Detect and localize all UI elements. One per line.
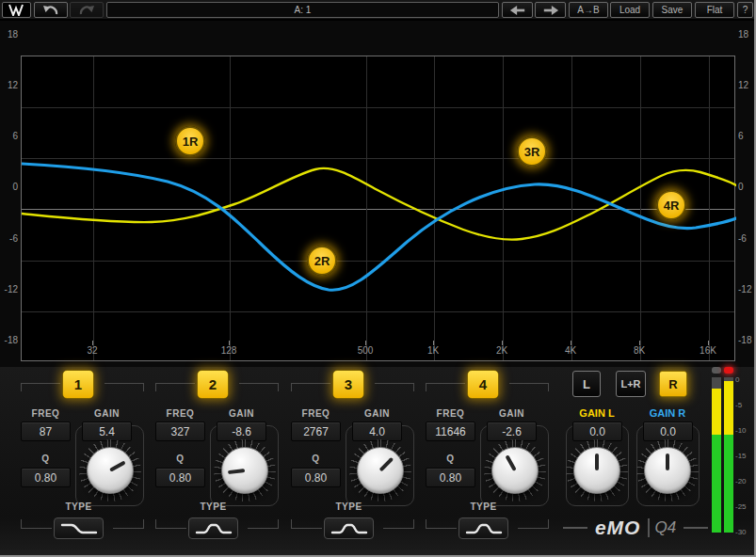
gain-label: GAIN	[82, 408, 132, 419]
logo-q4-text: Q4	[648, 518, 676, 537]
undo-icon	[42, 5, 59, 16]
type-label: TYPE	[458, 501, 508, 512]
bell-icon	[463, 520, 505, 537]
band-1-q-value[interactable]: 0.80	[21, 468, 71, 487]
band-marker-label: 2R	[314, 254, 330, 268]
channel-r-button[interactable]: R	[659, 371, 687, 397]
channel-l-button[interactable]: L	[572, 371, 601, 397]
band-4-select-button[interactable]: 4	[467, 370, 499, 399]
logo-line	[563, 527, 587, 529]
meter-scale-label: -20	[735, 477, 754, 486]
band-3-type-button[interactable]	[324, 517, 374, 539]
gain-label: GAIN	[217, 408, 266, 419]
band-panel-3: 3 FREQ GAIN 2767 4.0 Q 0.80 TYPE	[289, 367, 416, 555]
previous-preset-button[interactable]	[502, 2, 533, 18]
gain-l-knob[interactable]	[573, 447, 620, 494]
toolbar: A: 1 A→B Load Save Flat ?	[0, 0, 754, 21]
q-label: Q	[155, 454, 205, 464]
y-tick-label: 18	[738, 29, 755, 40]
gain-l-value[interactable]: 0.0	[572, 422, 622, 441]
band-3-select-button[interactable]: 3	[332, 370, 364, 399]
ab-compare-button[interactable]: A→B	[569, 2, 608, 18]
gain-r-value[interactable]: 0.0	[643, 422, 693, 441]
y-tick-label: -6	[738, 233, 755, 245]
channel-lr-button[interactable]: L+R	[616, 371, 646, 397]
band-marker-2[interactable]: 2R	[307, 246, 337, 276]
meter-scale-label: -5	[735, 401, 754, 410]
band-marker-4[interactable]: 4R	[656, 190, 686, 220]
meter-scale-label: -10	[735, 426, 754, 436]
bracket	[291, 519, 322, 529]
eq-plot-area[interactable]	[21, 56, 735, 361]
meter-scale-label: -30	[735, 528, 754, 537]
band-marker-1[interactable]: 1R	[175, 126, 205, 156]
bracket	[155, 383, 195, 391]
band-1-type-button[interactable]	[54, 517, 104, 539]
save-button[interactable]: Save	[652, 2, 692, 18]
band-1-select-button[interactable]: 1	[62, 370, 94, 399]
y-tick-label: -6	[1, 233, 18, 245]
next-preset-button[interactable]	[535, 2, 566, 18]
bracket	[21, 519, 52, 529]
band-marker-3[interactable]: 3R	[517, 136, 547, 167]
freq-label: FREQ	[155, 408, 205, 419]
emo-q4-plugin-window: A: 1 A→B Load Save Flat ?	[0, 0, 756, 557]
x-tick-label: 4K	[565, 345, 576, 356]
band-panel-2: 2 FREQ GAIN 327 -8.6 Q 0.80 TYPE	[153, 367, 281, 555]
band-3-q-value[interactable]: 0.80	[291, 468, 341, 487]
meter-green-segment	[712, 435, 721, 533]
knob-pointer	[228, 469, 245, 474]
load-button[interactable]: Load	[610, 2, 650, 18]
bell-icon	[193, 520, 234, 537]
band-3-gain-knob[interactable]	[357, 447, 404, 494]
band-1-freq-value[interactable]: 87	[21, 422, 71, 441]
band-1-gain-knob[interactable]	[87, 447, 134, 494]
y-tick-label: 12	[1, 80, 18, 91]
waves-logo[interactable]	[2, 2, 31, 18]
level-meter-left	[712, 377, 721, 533]
redo-icon	[78, 5, 95, 16]
band-1-gain-value[interactable]: 5.4	[82, 422, 132, 441]
logo-line	[684, 527, 708, 529]
band-4-freq-value[interactable]: 11646	[426, 422, 475, 441]
meter-green-segment	[724, 435, 733, 533]
band-4-q-value[interactable]: 0.80	[426, 468, 475, 487]
band-4-type-button[interactable]	[458, 517, 508, 539]
band-2-select-button[interactable]: 2	[197, 370, 229, 399]
type-label: TYPE	[54, 501, 104, 512]
help-button[interactable]: ?	[737, 2, 753, 18]
bracket	[248, 519, 279, 529]
freq-label: FREQ	[291, 408, 341, 419]
band-2-gain-value[interactable]: -8.6	[217, 422, 266, 441]
knob-pointer	[595, 454, 599, 470]
band-panel-1: 1 FREQ GAIN 87 5.4 Q 0.80 TYPE	[19, 367, 146, 555]
knob-pointer	[379, 457, 394, 472]
band-2-q-value[interactable]: 0.80	[155, 468, 205, 487]
gain-r-knob[interactable]	[644, 447, 691, 494]
clip-indicator-right[interactable]	[724, 367, 733, 374]
clip-indicator-left[interactable]	[712, 367, 721, 374]
right-channel-curve[interactable]	[22, 164, 736, 290]
y-tick-label: -18	[738, 335, 755, 346]
band-3-freq-value[interactable]: 2767	[291, 422, 341, 441]
emo-q4-logo: eMO Q4	[541, 515, 730, 541]
band-2-freq-value[interactable]: 327	[155, 422, 205, 441]
band-4-gain-knob[interactable]	[491, 447, 539, 494]
band-panel-4: 4 FREQ GAIN 11646 -2.6 Q 0.80 TYPE	[424, 367, 551, 555]
redo-button[interactable]	[70, 2, 104, 18]
meter-yellow-segment	[724, 381, 733, 435]
band-3-gain-value[interactable]: 4.0	[352, 422, 402, 441]
y-tick-label: -12	[1, 284, 18, 295]
left-channel-curve[interactable]	[22, 168, 736, 240]
band-4-gain-value[interactable]: -2.6	[487, 422, 537, 441]
band-marker-label: 3R	[524, 145, 540, 159]
preset-display[interactable]: A: 1	[106, 2, 499, 18]
knob-pointer	[109, 460, 126, 471]
undo-button[interactable]	[34, 2, 68, 18]
type-label: TYPE	[188, 501, 238, 512]
band-2-type-button[interactable]	[188, 517, 238, 539]
band-2-gain-knob[interactable]	[221, 447, 268, 494]
flat-button[interactable]: Flat	[695, 2, 734, 18]
gain-r-label: GAIN R	[639, 407, 696, 419]
y-tick-label: 6	[1, 131, 18, 142]
